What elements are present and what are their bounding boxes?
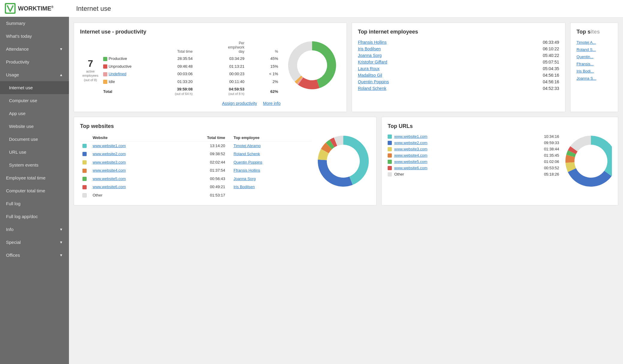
color-cell (80, 175, 90, 183)
url-link[interactable]: www.website3.com (394, 147, 541, 151)
employee-name-link[interactable]: Iris Bodilsen (358, 46, 381, 51)
col-per-empl: Per empl/work day (195, 40, 247, 55)
donut-segment (591, 136, 612, 176)
sidebar-item-label: Internet use (9, 85, 33, 90)
total-percent: 62% (247, 85, 280, 97)
employee-link[interactable]: Ffransis Hollins (234, 168, 260, 173)
site-link[interactable]: www.website4.com (93, 168, 126, 173)
employee-link[interactable]: Iris Bodilsen (234, 185, 255, 189)
employee-name-link[interactable]: Roland Schenk (358, 86, 386, 91)
site-cell: Other (90, 191, 176, 200)
sidebar-item-full-log-app-doc[interactable]: Full log app/doc (0, 210, 69, 223)
list-item: Timotej A... (577, 40, 612, 45)
top-site-partial-link[interactable]: Roland S... (577, 47, 596, 52)
sidebar-item-employee-total-time[interactable]: Employee total time (0, 171, 69, 184)
sidebar-item-full-log[interactable]: Full log (0, 197, 69, 210)
sidebar-item-website-use[interactable]: Website use (0, 120, 69, 133)
col-total-time: Total time (140, 40, 195, 55)
employee-link[interactable]: Roland Schenk (234, 152, 260, 156)
col-color (80, 134, 90, 141)
total-per-empl: 04:59:53(out of 8 h) (195, 85, 247, 97)
sidebar-item-attendance[interactable]: Attendance▼ (0, 43, 69, 55)
list-item: www.website5.com01:02:06 (388, 159, 559, 164)
table-row: www.website3.com02:02:44Quentin Poppins (80, 158, 312, 166)
site-link[interactable]: www.website5.com (93, 176, 126, 181)
url-time: 09:59:33 (544, 141, 559, 145)
employee-time: 04:56:16 (543, 73, 559, 78)
color-indicator (103, 57, 107, 61)
list-item: Joanna S... (577, 76, 612, 81)
productivity-table-wrap: Total time Per empl/work day % 7active e… (80, 40, 281, 106)
sidebar-item-url-use[interactable]: URL use (0, 146, 69, 158)
list-item: www.website1.com10:34:16 (388, 134, 559, 139)
sidebar-item-whats-today[interactable]: What's today (0, 30, 69, 43)
employee-name-link[interactable]: Joanna Sorg (358, 53, 382, 58)
top-site-partial-link[interactable]: Timotej A... (577, 40, 596, 45)
urls-donut (564, 134, 612, 188)
top-site-partial-link[interactable]: Ffransis... (577, 62, 594, 66)
site-time: 00:56:43 (176, 175, 228, 183)
sidebar-item-document-use[interactable]: Document use (0, 133, 69, 146)
url-time: 01:02:06 (544, 159, 559, 164)
assign-productivity-link[interactable]: Assign productivity (222, 101, 257, 106)
url-time: 01:38:44 (544, 147, 559, 151)
total-time-cell: 01:33:20 (140, 78, 195, 86)
employee-name-link[interactable]: Laura Roux (358, 66, 380, 71)
table-row: www.website4.com01:37:54Ffransis Hollins (80, 166, 312, 175)
sidebar-item-app-use[interactable]: App use (0, 107, 69, 120)
top-site-partial-link[interactable]: Iris Bodi... (577, 69, 594, 73)
url-link[interactable]: www.website4.com (394, 153, 541, 158)
total-row: Total 39:59:08(out of 64 h) 04:59:53(out… (80, 85, 281, 97)
sidebar-item-label: App use (9, 111, 25, 116)
bottom-row: Top websites Website Total time Top empl… (74, 117, 618, 206)
site-link[interactable]: www.website1.com (93, 144, 126, 148)
sidebar-item-summary[interactable]: Summary (0, 17, 69, 30)
col-site: Website (90, 134, 176, 141)
sidebar-item-productivity[interactable]: Productivity (0, 55, 69, 68)
table-row: www.website1.com13:14:20Timotej Abramo (80, 141, 312, 150)
employee-link[interactable]: Timotej Abramo (234, 144, 261, 148)
more-info-link[interactable]: More info (263, 101, 280, 106)
sidebar-item-system-events[interactable]: System events (0, 158, 69, 171)
sidebar-item-computer-use[interactable]: Computer use (0, 94, 69, 107)
table-row: www.website6.com00:49:21Iris Bodilsen (80, 183, 312, 191)
url-color-indicator (388, 166, 392, 170)
url-link[interactable]: www.website2.com (394, 141, 541, 145)
category-link[interactable]: Undefined (109, 72, 126, 76)
websites-donut-container (316, 134, 370, 189)
sidebar-item-usage[interactable]: Usage▲ (0, 68, 69, 81)
sidebar-item-internet-use[interactable]: Internet use (0, 81, 69, 94)
url-link[interactable]: www.website1.com (394, 134, 541, 139)
productivity-panel: Internet use - productivity Total time P… (74, 22, 347, 112)
per-empl-cell: 00:11:40 (195, 78, 247, 86)
sidebar-item-computer-total-time[interactable]: Computer total time (0, 184, 69, 197)
sidebar-item-label: What's today (6, 34, 32, 39)
color-cell (80, 191, 90, 200)
url-link[interactable]: www.website5.com (394, 159, 541, 164)
employee-link[interactable]: Joanna Sorg (234, 176, 256, 181)
site-time: 01:53:17 (176, 191, 228, 200)
url-name: Other (394, 172, 541, 176)
employee-link[interactable]: Quentin Poppins (234, 160, 262, 164)
site-link[interactable]: www.website2.com (93, 152, 126, 156)
employee-time: 05:07:51 (543, 60, 559, 64)
list-item: Roland S... (577, 47, 612, 52)
top-site-partial-link[interactable]: Joanna S... (577, 76, 596, 81)
url-link[interactable]: www.website6.com (394, 166, 541, 170)
productivity-donut (287, 40, 338, 91)
site-link[interactable]: www.website3.com (93, 160, 126, 164)
table-row: 7active employees (out of 8)Productive28… (80, 55, 281, 63)
total-time-cell: 28:35:54 (140, 55, 195, 63)
sidebar-item-info[interactable]: Info▼ (0, 223, 69, 236)
sidebar-item-special[interactable]: Special▼ (0, 236, 69, 249)
chevron-icon: ▼ (59, 253, 63, 257)
site-link[interactable]: www.website6.com (93, 185, 126, 189)
employee-name-link[interactable]: Ffransis Hollins (358, 40, 387, 45)
top-site-partial-link[interactable]: Quentin... (577, 55, 593, 59)
col-percent: % (247, 40, 280, 55)
employee-name-link[interactable]: Madalitso Gil (358, 73, 382, 78)
sidebar-item-offices[interactable]: Offices▼ (0, 249, 69, 262)
sidebar-item-label: Attendance (6, 46, 29, 52)
employee-name-link[interactable]: Kristofor Giffard (358, 60, 387, 64)
employee-name-link[interactable]: Quentin Poppins (358, 79, 389, 84)
